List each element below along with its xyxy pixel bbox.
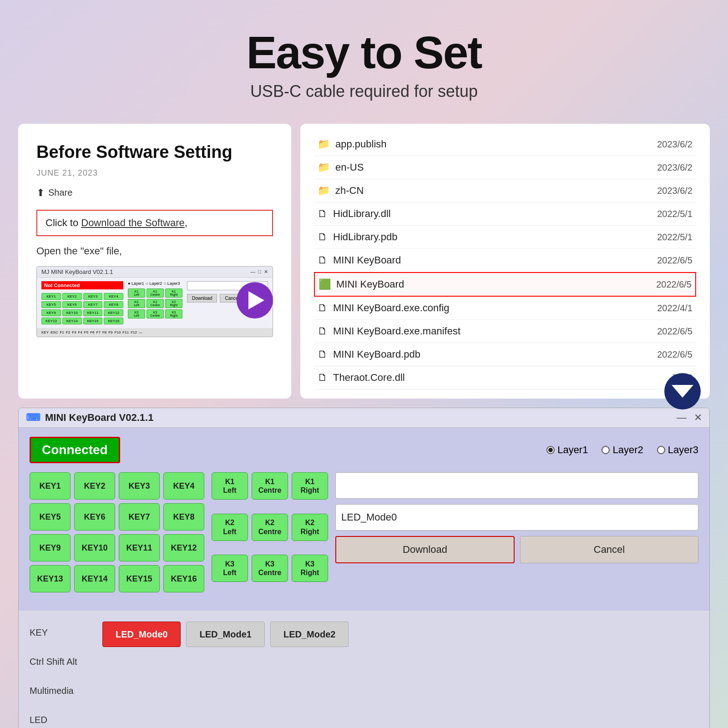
key-btn-2[interactable]: KEY2 [74, 472, 115, 500]
key-btn-14[interactable]: KEY14 [74, 565, 115, 592]
list-item[interactable]: KEY13 [41, 318, 61, 324]
file-name: en-US [335, 162, 364, 173]
k3-centre-btn[interactable]: K3Centre [252, 555, 288, 582]
layer2-radio[interactable]: Layer2 [602, 444, 643, 456]
key-btn-15[interactable]: KEY15 [119, 565, 160, 592]
down-arrow-button[interactable] [664, 373, 701, 410]
list-item[interactable]: K1Right [165, 288, 182, 298]
list-item[interactable]: KEY9 [41, 309, 61, 316]
list-item[interactable]: KEY8 [104, 301, 123, 308]
mini-k-grid: K1Left K1Centre K1Right K2Left K2Centre … [128, 288, 182, 318]
k1-right-btn[interactable]: K1Right [292, 472, 328, 500]
table-row[interactable]: 🟩 MINI KeyBoard 2022/6/5 [314, 272, 696, 297]
table-row[interactable]: 🗋 HidLibrary.dll 2022/5/1 [314, 202, 696, 226]
list-item[interactable]: K2Centre [147, 299, 164, 308]
key-btn-3[interactable]: KEY3 [119, 472, 160, 500]
list-item[interactable]: KEY14 [62, 318, 82, 324]
key-btn-13[interactable]: KEY13 [30, 565, 71, 592]
list-item[interactable]: KEY16 [104, 318, 123, 324]
file-name: HidLibrary.pdb [333, 231, 397, 243]
k3-right-btn[interactable]: K3Right [292, 555, 328, 582]
folder-icon: 📁 [318, 185, 330, 197]
list-item[interactable]: K2Right [165, 299, 182, 308]
k1-left-btn[interactable]: K1Left [212, 472, 248, 500]
list-item[interactable]: K3Left [128, 309, 145, 318]
layer1-radio[interactable]: Layer1 [546, 444, 588, 456]
play-triangle-icon [248, 291, 264, 309]
tab-led-mode0[interactable]: LED_Mode0 [102, 622, 181, 647]
mini-center-col: ● Layer1 ○ Layer2 ○ Layer3 K1Left K1Cent… [128, 281, 182, 324]
key-btn-10[interactable]: KEY10 [74, 534, 115, 561]
list-item[interactable]: KEY11 [83, 309, 103, 316]
sw-body: Connected Layer1 Layer2 Layer3 [19, 428, 709, 611]
sw-input-empty[interactable] [335, 472, 698, 499]
list-item[interactable]: K1Centre [147, 288, 164, 298]
k1-centre-btn[interactable]: K1Centre [252, 472, 288, 500]
list-item[interactable]: K2Left [128, 299, 145, 308]
table-row[interactable]: 📁 app.publish 2023/6/2 [314, 133, 696, 156]
list-item[interactable]: K3Right [165, 309, 182, 318]
key-btn-1[interactable]: KEY1 [30, 472, 71, 500]
software-window: ⌨ MINI KeyBoard V02.1.1 — ✕ Connected La… [18, 408, 710, 728]
key-btn-7[interactable]: KEY7 [119, 503, 160, 531]
table-row[interactable]: 🗋 MINI KeyBoard.exe.config 2022/4/1 [314, 297, 696, 320]
play-button[interactable] [237, 282, 273, 318]
layer3-radio[interactable]: Layer3 [657, 444, 698, 456]
key-btn-4[interactable]: KEY4 [163, 472, 204, 500]
download-link[interactable]: Download the Software [81, 217, 184, 228]
table-row[interactable]: 🗋 MINI KeyBoard.exe.manifest 2022/6/5 [314, 320, 696, 343]
download-button[interactable]: Download [335, 536, 515, 563]
tab-led-mode2[interactable]: LED_Mode2 [270, 622, 349, 647]
share-row[interactable]: ⬆ Share [36, 187, 273, 199]
key-btn-9[interactable]: KEY9 [30, 534, 71, 561]
list-item[interactable]: KEY3 [83, 293, 103, 300]
list-item[interactable]: KEY10 [62, 309, 82, 316]
key-btn-12[interactable]: KEY12 [163, 534, 204, 561]
key-btn-5[interactable]: KEY5 [30, 503, 71, 531]
list-item[interactable]: KEY15 [83, 318, 103, 324]
list-item[interactable]: KEY2 [62, 293, 82, 300]
pdb2-icon: 🗋 [318, 349, 328, 360]
table-row[interactable]: 🗋 Theraot.Core.dll 7/4/2 [314, 366, 696, 389]
list-item[interactable]: K3Centre [147, 309, 164, 318]
sw-keys-area: KEY1 KEY2 KEY3 KEY4 KEY5 KEY6 KEY7 KEY8 … [30, 472, 698, 592]
content-area: Before Software Setting JUNE 21, 2023 ⬆ … [0, 124, 728, 399]
list-item[interactable]: KEY6 [62, 301, 82, 308]
open-exe-text: Open the "exe" file, [36, 245, 273, 257]
file-name: HidLibrary.dll [333, 208, 391, 220]
table-row[interactable]: 🗋 MINI KeyBoard.pdb 2022/6/5 [314, 343, 696, 366]
key-btn-6[interactable]: KEY6 [74, 503, 115, 531]
sw-right-panel: LED_Mode0 Download Cancel [335, 472, 698, 592]
k3-left-btn[interactable]: K3Left [212, 555, 248, 582]
minimize-button[interactable]: — [677, 412, 687, 424]
mini-download-button[interactable]: Download [187, 294, 217, 303]
blog-title: Before Software Setting [36, 142, 273, 163]
key-btn-11[interactable]: KEY11 [119, 534, 160, 561]
file-date: 2022/4/1 [657, 303, 693, 313]
tab-led-mode1[interactable]: LED_Mode1 [186, 622, 264, 647]
list-item[interactable]: KEY4 [104, 293, 123, 300]
list-item[interactable]: KEY7 [83, 301, 103, 308]
tab-label-key: KEY [30, 618, 102, 647]
file-date: 2022/6/5 [657, 349, 693, 360]
key-btn-16[interactable]: KEY16 [163, 565, 204, 592]
file-name: MINI KeyBoard.pdb [333, 349, 420, 360]
k2-right-btn[interactable]: K2Right [292, 514, 328, 541]
list-item[interactable]: KEY1 [41, 293, 61, 300]
cancel-button[interactable]: Cancel [520, 536, 698, 563]
list-item[interactable]: K1Left [128, 288, 145, 298]
pdb-icon: 🗋 [318, 231, 328, 243]
share-label: Share [48, 187, 72, 198]
table-row[interactable]: 📁 zh-CN 2023/6/2 [314, 179, 696, 202]
k2-left-btn[interactable]: K2Left [212, 514, 248, 541]
table-row[interactable]: 🗋 HidLibrary.pdb 2022/5/1 [314, 226, 696, 249]
k2-centre-btn[interactable]: K2Centre [252, 514, 288, 541]
table-row[interactable]: 🗋 MINI KeyBoard 2022/6/5 [314, 249, 696, 272]
key-btn-8[interactable]: KEY8 [163, 503, 204, 531]
close-button[interactable]: ✕ [694, 412, 702, 424]
list-item[interactable]: KEY12 [104, 309, 123, 316]
list-item[interactable]: KEY5 [41, 301, 61, 308]
table-row[interactable]: 📁 en-US 2023/6/2 [314, 156, 696, 179]
sw-input-led[interactable]: LED_Mode0 [335, 504, 698, 531]
file-name-row: 📁 app.publish [318, 138, 387, 150]
